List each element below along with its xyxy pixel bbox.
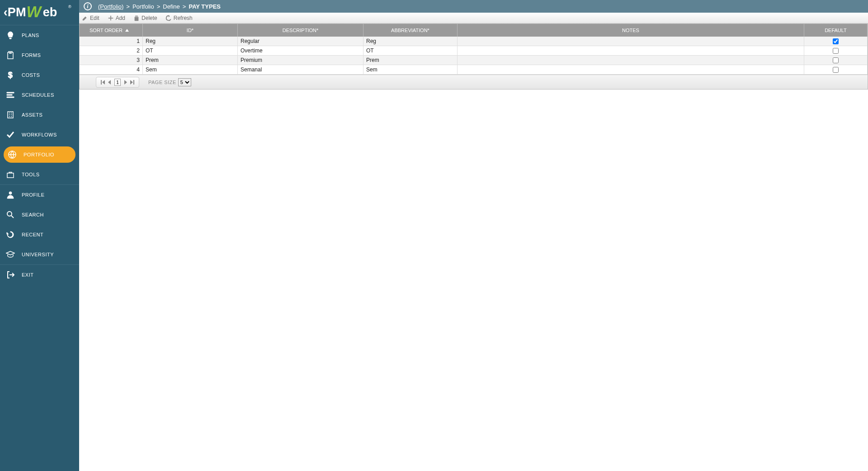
bars-icon — [5, 90, 15, 100]
col-abbreviation[interactable]: ABBREVIATION* — [363, 24, 458, 37]
cell-default — [804, 37, 868, 46]
plus-icon — [108, 15, 114, 21]
cell-abbreviation: OT — [363, 46, 458, 56]
table-row[interactable]: 4SemSemanalSem — [80, 65, 868, 75]
sidebar-item-forms[interactable]: FORMS — [0, 45, 79, 65]
sidebar-item-label: SCHEDULES — [22, 92, 54, 98]
edit-button[interactable]: Edit — [82, 15, 99, 21]
info-icon[interactable]: i — [84, 2, 92, 10]
breadcrumb-root[interactable]: (Portfolio) — [98, 3, 123, 10]
cell-order: 2 — [80, 46, 143, 56]
cell-default — [804, 46, 868, 56]
cell-abbreviation: Prem — [363, 56, 458, 65]
cell-notes — [458, 65, 804, 75]
sidebar-item-label: COSTS — [22, 72, 40, 78]
person-icon — [5, 190, 15, 200]
bulb-icon — [5, 30, 15, 40]
cell-abbreviation: Reg — [363, 37, 458, 46]
sidebar-item-profile[interactable]: PROFILE — [0, 185, 79, 205]
page-size-select[interactable]: 5 — [178, 78, 191, 86]
default-checkbox[interactable] — [833, 57, 839, 63]
briefcase-icon — [5, 170, 15, 179]
sidebar-item-label: SEARCH — [22, 212, 44, 217]
edit-label: Edit — [90, 15, 99, 21]
table-row[interactable]: 3PremPremiumPrem — [80, 56, 868, 65]
sidebar: ‹PM W eb ® PLANSFORMS$COSTSSCHEDULESASSE… — [0, 0, 79, 471]
page-number-input[interactable] — [114, 79, 121, 86]
sidebar-item-plans[interactable]: PLANS — [0, 25, 79, 45]
svg-text:eb: eb — [43, 5, 57, 19]
refresh-icon — [165, 15, 172, 21]
svg-text:‹PM: ‹PM — [4, 5, 26, 19]
svg-point-8 — [9, 192, 12, 194]
cell-order: 1 — [80, 37, 143, 46]
exit-icon — [5, 270, 15, 280]
svg-rect-5 — [8, 112, 13, 118]
clipboard-icon — [5, 50, 15, 60]
default-checkbox[interactable] — [833, 67, 839, 73]
sidebar-item-label: EXIT — [22, 272, 33, 278]
trash-icon — [133, 15, 140, 21]
add-button[interactable]: Add — [108, 15, 125, 21]
logo[interactable]: ‹PM W eb ® — [0, 0, 79, 25]
cell-id: Sem — [143, 65, 238, 75]
sidebar-item-schedules[interactable]: SCHEDULES — [0, 85, 79, 105]
refresh-button[interactable]: Refresh — [165, 15, 193, 21]
prev-page-icon[interactable] — [107, 80, 112, 85]
sidebar-item-label: PROFILE — [22, 192, 45, 198]
sidebar-item-university[interactable]: UNIVERSITY — [0, 245, 79, 264]
last-page-icon[interactable] — [130, 80, 134, 85]
globe-icon — [7, 150, 17, 160]
cell-notes — [458, 46, 804, 56]
col-notes[interactable]: NOTES — [458, 24, 804, 37]
cell-id: Prem — [143, 56, 238, 65]
sidebar-item-assets[interactable]: ASSETS — [0, 105, 79, 125]
col-id[interactable]: ID* — [143, 24, 238, 37]
cell-description: Premium — [238, 56, 363, 65]
default-checkbox[interactable] — [833, 48, 839, 54]
toolbar: Edit Add Delete Refresh — [79, 13, 868, 24]
building-icon — [5, 110, 15, 120]
delete-label: Delete — [142, 15, 157, 21]
sidebar-item-label: RECENT — [22, 232, 43, 237]
svg-rect-7 — [7, 173, 14, 178]
next-page-icon[interactable] — [123, 80, 128, 85]
pager-nav — [96, 77, 139, 88]
breadcrumb-part[interactable]: Define — [163, 3, 180, 10]
svg-point-9 — [7, 212, 12, 216]
svg-text:$: $ — [8, 71, 13, 80]
check-icon — [5, 130, 15, 140]
add-label: Add — [116, 15, 125, 21]
cell-id: OT — [143, 46, 238, 56]
sidebar-item-recent[interactable]: RECENT — [0, 225, 79, 245]
sidebar-item-portfolio[interactable]: PORTFOLIO — [4, 146, 75, 163]
cell-default — [804, 56, 868, 65]
grid-header: SORT ORDER ID* DESCRIPTION* ABBREVIATION… — [80, 24, 868, 37]
pager: PAGE SIZE 5 — [80, 75, 868, 89]
sidebar-item-workflows[interactable]: WORKFLOWS — [0, 125, 79, 145]
breadcrumb-sep: > — [183, 3, 186, 10]
breadcrumb-sep: > — [126, 3, 130, 10]
col-default[interactable]: DEFAULT — [804, 24, 868, 37]
table-row[interactable]: 1RegRegularReg — [80, 37, 868, 46]
breadcrumb-page: PAY TYPES — [189, 3, 221, 10]
svg-text:W: W — [27, 3, 42, 20]
pencil-icon — [82, 15, 88, 21]
cell-notes — [458, 56, 804, 65]
sidebar-item-label: ASSETS — [22, 112, 42, 118]
data-grid: SORT ORDER ID* DESCRIPTION* ABBREVIATION… — [79, 24, 868, 89]
sidebar-item-tools[interactable]: TOOLS — [0, 165, 79, 184]
history-icon — [5, 230, 15, 240]
main: i (Portfolio) > Portfolio > Define > PAY… — [79, 0, 868, 471]
delete-button[interactable]: Delete — [133, 15, 157, 21]
first-page-icon[interactable] — [101, 80, 105, 85]
content-area — [79, 89, 868, 471]
breadcrumb-part[interactable]: Portfolio — [132, 3, 154, 10]
sidebar-item-costs[interactable]: $COSTS — [0, 65, 79, 85]
default-checkbox[interactable] — [833, 38, 839, 44]
sidebar-item-search[interactable]: SEARCH — [0, 205, 79, 225]
col-description[interactable]: DESCRIPTION* — [238, 24, 363, 37]
col-sort-order[interactable]: SORT ORDER — [80, 24, 143, 37]
table-row[interactable]: 2OTOvertimeOT — [80, 46, 868, 56]
sidebar-item-exit[interactable]: EXIT — [0, 265, 79, 285]
